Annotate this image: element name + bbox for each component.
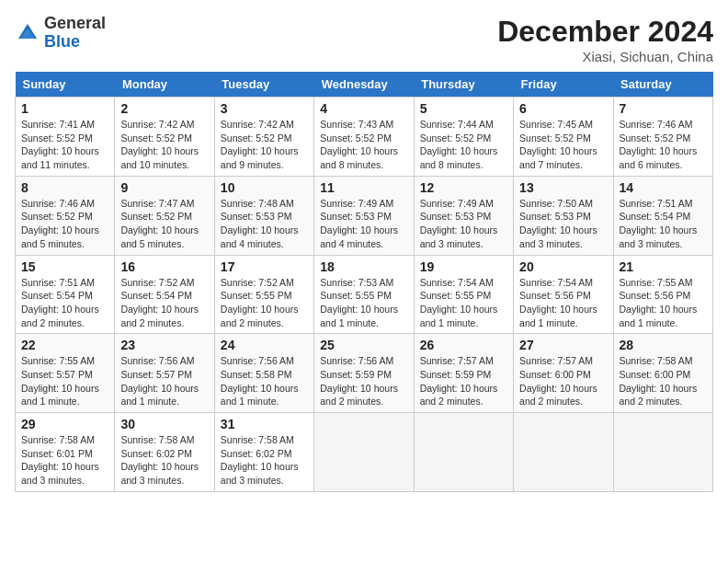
calendar-cell: 11Sunrise: 7:49 AM Sunset: 5:53 PM Dayli… <box>314 176 414 255</box>
day-number: 31 <box>221 417 308 431</box>
page-header: General Blue December 2024 Xiasi, Sichua… <box>15 15 713 64</box>
day-detail: Sunrise: 7:42 AM Sunset: 5:52 PM Dayligh… <box>120 118 208 172</box>
month-title: December 2024 <box>497 15 713 49</box>
weekday-header-tuesday: Tuesday <box>214 72 313 98</box>
day-detail: Sunrise: 7:54 AM Sunset: 5:55 PM Dayligh… <box>420 276 507 330</box>
day-number: 24 <box>221 338 308 352</box>
day-detail: Sunrise: 7:55 AM Sunset: 5:56 PM Dayligh… <box>620 276 707 330</box>
day-number: 23 <box>120 338 208 352</box>
calendar-cell: 20Sunrise: 7:54 AM Sunset: 5:56 PM Dayli… <box>514 255 613 334</box>
day-detail: Sunrise: 7:52 AM Sunset: 5:54 PM Dayligh… <box>120 276 208 330</box>
calendar-cell: 8Sunrise: 7:46 AM Sunset: 5:52 PM Daylig… <box>16 176 115 255</box>
calendar-cell: 16Sunrise: 7:52 AM Sunset: 5:54 PM Dayli… <box>115 255 214 334</box>
calendar-table: SundayMondayTuesdayWednesdayThursdayFrid… <box>15 72 713 492</box>
day-number: 19 <box>420 259 507 274</box>
day-number: 22 <box>21 338 108 352</box>
day-detail: Sunrise: 7:49 AM Sunset: 5:53 PM Dayligh… <box>420 197 507 251</box>
day-number: 1 <box>21 101 108 116</box>
calendar-cell: 12Sunrise: 7:49 AM Sunset: 5:53 PM Dayli… <box>414 176 513 255</box>
calendar-cell: 21Sunrise: 7:55 AM Sunset: 5:56 PM Dayli… <box>613 255 712 334</box>
day-detail: Sunrise: 7:56 AM Sunset: 5:57 PM Dayligh… <box>120 354 208 408</box>
day-number: 14 <box>620 180 707 195</box>
day-detail: Sunrise: 7:58 AM Sunset: 6:02 PM Dayligh… <box>221 433 308 488</box>
day-number: 20 <box>519 259 607 274</box>
day-detail: Sunrise: 7:46 AM Sunset: 5:52 PM Dayligh… <box>21 197 108 251</box>
day-detail: Sunrise: 7:51 AM Sunset: 5:54 PM Dayligh… <box>21 276 108 330</box>
calendar-cell: 10Sunrise: 7:48 AM Sunset: 5:53 PM Dayli… <box>214 176 313 255</box>
day-detail: Sunrise: 7:58 AM Sunset: 6:00 PM Dayligh… <box>620 354 707 408</box>
calendar-cell: 30Sunrise: 7:58 AM Sunset: 6:02 PM Dayli… <box>115 413 214 492</box>
day-detail: Sunrise: 7:42 AM Sunset: 5:52 PM Dayligh… <box>221 118 308 172</box>
weekday-header-thursday: Thursday <box>414 72 513 98</box>
logo: General Blue <box>15 15 106 52</box>
calendar-cell: 29Sunrise: 7:58 AM Sunset: 6:01 PM Dayli… <box>16 413 115 492</box>
day-number: 17 <box>221 259 308 274</box>
day-detail: Sunrise: 7:56 AM Sunset: 5:59 PM Dayligh… <box>320 354 407 408</box>
day-number: 8 <box>21 180 108 195</box>
day-number: 15 <box>21 259 108 274</box>
calendar-cell: 18Sunrise: 7:53 AM Sunset: 5:55 PM Dayli… <box>314 255 414 334</box>
calendar-week-2: 8Sunrise: 7:46 AM Sunset: 5:52 PM Daylig… <box>16 176 713 255</box>
calendar-week-4: 22Sunrise: 7:55 AM Sunset: 5:57 PM Dayli… <box>16 334 713 413</box>
calendar-cell: 14Sunrise: 7:51 AM Sunset: 5:54 PM Dayli… <box>613 176 712 255</box>
calendar-cell: 3Sunrise: 7:42 AM Sunset: 5:52 PM Daylig… <box>214 98 313 177</box>
day-detail: Sunrise: 7:49 AM Sunset: 5:53 PM Dayligh… <box>320 197 407 251</box>
calendar-week-1: 1Sunrise: 7:41 AM Sunset: 5:52 PM Daylig… <box>16 98 713 177</box>
title-block: December 2024 Xiasi, Sichuan, China <box>497 15 713 64</box>
day-detail: Sunrise: 7:41 AM Sunset: 5:52 PM Dayligh… <box>21 118 108 172</box>
day-detail: Sunrise: 7:48 AM Sunset: 5:53 PM Dayligh… <box>221 197 308 251</box>
day-number: 11 <box>320 180 407 195</box>
day-number: 13 <box>519 180 607 195</box>
location: Xiasi, Sichuan, China <box>497 49 713 64</box>
day-detail: Sunrise: 7:45 AM Sunset: 5:52 PM Dayligh… <box>519 118 607 172</box>
calendar-cell: 4Sunrise: 7:43 AM Sunset: 5:52 PM Daylig… <box>314 98 414 177</box>
weekday-header-sunday: Sunday <box>16 72 115 98</box>
day-number: 21 <box>620 259 707 274</box>
day-number: 16 <box>120 259 208 274</box>
calendar-cell <box>514 413 613 492</box>
weekday-header-friday: Friday <box>514 72 613 98</box>
day-detail: Sunrise: 7:54 AM Sunset: 5:56 PM Dayligh… <box>519 276 607 330</box>
day-detail: Sunrise: 7:55 AM Sunset: 5:57 PM Dayligh… <box>21 354 108 408</box>
day-number: 6 <box>519 101 607 116</box>
calendar-cell: 25Sunrise: 7:56 AM Sunset: 5:59 PM Dayli… <box>314 334 414 413</box>
calendar-cell: 19Sunrise: 7:54 AM Sunset: 5:55 PM Dayli… <box>414 255 513 334</box>
day-number: 27 <box>519 338 607 352</box>
calendar-cell: 27Sunrise: 7:57 AM Sunset: 6:00 PM Dayli… <box>514 334 613 413</box>
calendar-cell <box>314 413 414 492</box>
day-detail: Sunrise: 7:44 AM Sunset: 5:52 PM Dayligh… <box>420 118 507 172</box>
day-number: 10 <box>221 180 308 195</box>
calendar-body: 1Sunrise: 7:41 AM Sunset: 5:52 PM Daylig… <box>16 98 713 492</box>
day-number: 5 <box>420 101 507 116</box>
day-detail: Sunrise: 7:57 AM Sunset: 6:00 PM Dayligh… <box>519 354 607 408</box>
calendar-week-3: 15Sunrise: 7:51 AM Sunset: 5:54 PM Dayli… <box>16 255 713 334</box>
day-detail: Sunrise: 7:50 AM Sunset: 5:53 PM Dayligh… <box>519 197 607 251</box>
day-detail: Sunrise: 7:51 AM Sunset: 5:54 PM Dayligh… <box>620 197 707 251</box>
day-number: 4 <box>320 101 407 116</box>
calendar-cell: 22Sunrise: 7:55 AM Sunset: 5:57 PM Dayli… <box>16 334 115 413</box>
calendar-cell <box>414 413 513 492</box>
logo-general: General <box>44 14 106 32</box>
day-detail: Sunrise: 7:52 AM Sunset: 5:55 PM Dayligh… <box>221 276 308 330</box>
day-detail: Sunrise: 7:43 AM Sunset: 5:52 PM Dayligh… <box>320 118 407 172</box>
day-detail: Sunrise: 7:56 AM Sunset: 5:58 PM Dayligh… <box>221 354 308 408</box>
calendar-cell: 7Sunrise: 7:46 AM Sunset: 5:52 PM Daylig… <box>613 98 712 177</box>
day-number: 7 <box>620 101 707 116</box>
weekday-header-wednesday: Wednesday <box>314 72 414 98</box>
calendar-cell: 28Sunrise: 7:58 AM Sunset: 6:00 PM Dayli… <box>613 334 712 413</box>
calendar-cell: 24Sunrise: 7:56 AM Sunset: 5:58 PM Dayli… <box>214 334 313 413</box>
day-detail: Sunrise: 7:46 AM Sunset: 5:52 PM Dayligh… <box>620 118 707 172</box>
day-detail: Sunrise: 7:58 AM Sunset: 6:01 PM Dayligh… <box>21 433 108 488</box>
calendar-cell: 1Sunrise: 7:41 AM Sunset: 5:52 PM Daylig… <box>16 98 115 177</box>
day-number: 25 <box>320 338 407 352</box>
calendar-cell: 15Sunrise: 7:51 AM Sunset: 5:54 PM Dayli… <box>16 255 115 334</box>
day-number: 30 <box>120 417 208 431</box>
calendar-cell: 13Sunrise: 7:50 AM Sunset: 5:53 PM Dayli… <box>514 176 613 255</box>
day-number: 2 <box>120 101 208 116</box>
weekday-header-row: SundayMondayTuesdayWednesdayThursdayFrid… <box>16 72 713 98</box>
logo-blue: Blue <box>44 32 80 51</box>
calendar-cell <box>613 413 712 492</box>
calendar-cell: 31Sunrise: 7:58 AM Sunset: 6:02 PM Dayli… <box>214 413 313 492</box>
calendar-cell: 26Sunrise: 7:57 AM Sunset: 5:59 PM Dayli… <box>414 334 513 413</box>
day-number: 12 <box>420 180 507 195</box>
